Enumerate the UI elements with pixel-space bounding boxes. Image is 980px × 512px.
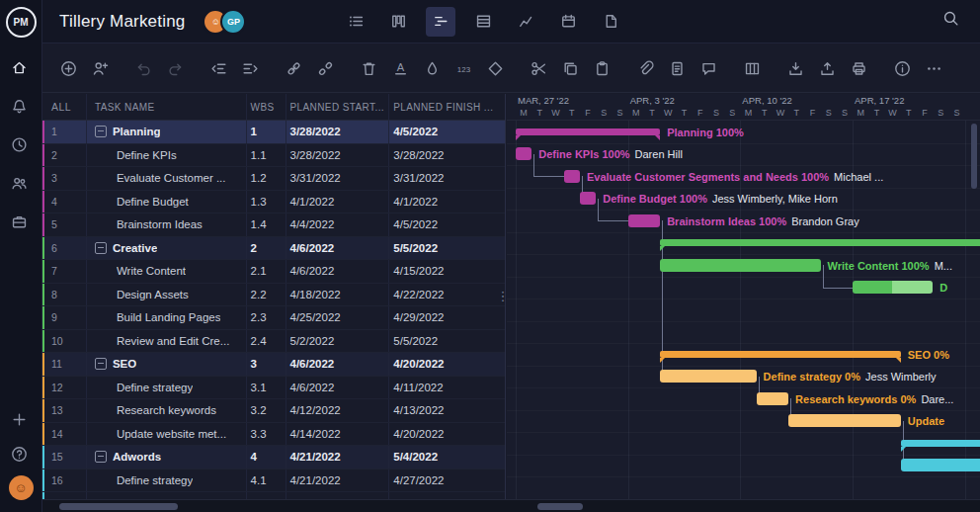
table-row[interactable]: 9Build Landing Pages2.34/25/20224/29/202… [41,306,505,330]
wbs-cell[interactable]: 1 [247,121,286,143]
planned-start-cell[interactable]: 4/14/2022 [286,423,390,446]
wbs-cell[interactable]: 4.2 [247,492,286,499]
task-name-cell[interactable]: Evaluate Customer ... [87,167,247,190]
table-row[interactable]: 13Research keywords3.24/12/20224/13/2022 [41,399,505,423]
table-row[interactable]: 15Adwords44/21/20225/4/2022 [41,446,505,469]
planned-finish-cell[interactable]: 4/27/2022 [389,469,505,492]
planned-finish-cell[interactable]: 4/5/2022 [389,213,505,236]
collapse-icon[interactable] [95,451,107,463]
gantt-vertical-scrollbar[interactable] [971,124,977,189]
planned-finish-cell[interactable]: 4/20/2022 [389,423,505,446]
planned-start-cell[interactable]: 3/31/2022 [286,167,390,190]
gantt-bar[interactable] [660,239,980,246]
gantt-bar[interactable] [660,370,756,383]
wbs-cell[interactable]: 2.2 [247,284,286,306]
planned-finish-cell[interactable]: 4/22/2022 [389,284,505,306]
planned-start-cell[interactable]: 3/28/2022 [286,144,390,167]
column-header-finish[interactable]: PLANNED FINISH ... [389,94,505,120]
home-icon[interactable] [11,59,31,79]
planned-start-cell[interactable]: 4/1/2022 [286,191,390,213]
collapse-icon[interactable] [95,126,107,137]
toolbar-copy-button[interactable] [559,57,582,80]
toolbar-print-button[interactable] [848,57,870,80]
clock-icon[interactable] [11,136,31,156]
toolbar-paste-button[interactable] [591,57,613,80]
plus-icon[interactable] [11,411,31,431]
horizontal-scrollbar[interactable] [41,499,980,512]
table-scroll-thumb[interactable] [59,503,178,510]
briefcase-icon[interactable] [11,213,31,233]
gantt-bar[interactable] [516,128,660,135]
task-name-cell[interactable]: Adwords [87,446,247,469]
planned-finish-cell[interactable]: 5/4/2022 [389,492,505,499]
toolbar-circle-plus-button[interactable] [57,57,80,80]
toolbar-scissors-button[interactable] [528,57,550,80]
table-row[interactable]: 10Review and Edit Cre...2.45/2/20225/5/2… [41,330,505,354]
wbs-cell[interactable]: 3.1 [247,377,286,399]
planned-finish-cell[interactable]: 4/13/2022 [389,399,505,422]
view-chart-button[interactable] [511,7,540,37]
avatar[interactable]: GP [220,9,246,35]
task-name-cell[interactable]: Build ads [87,492,247,499]
task-name-cell[interactable]: Define Budget [87,191,247,213]
gantt-scroll-thumb[interactable] [537,503,583,510]
table-row[interactable]: 4Define Budget1.34/1/20224/1/2022 [41,191,505,214]
pm-logo[interactable]: PM [6,7,37,38]
table-row[interactable]: 11SEO34/6/20224/20/2022 [41,353,505,377]
wbs-cell[interactable]: 1.2 [247,167,286,190]
toolbar-undo-button[interactable] [132,57,155,80]
table-row[interactable]: 14Update website met...3.34/14/20224/20/… [41,423,505,447]
planned-start-cell[interactable]: 5/2/2022 [286,330,390,353]
wbs-cell[interactable]: 1.1 [247,144,286,167]
planned-start-cell[interactable]: 4/21/2022 [286,469,390,492]
column-header-wbs[interactable]: WBS [247,94,286,120]
planned-start-cell[interactable]: 4/25/2022 [286,306,390,329]
collapse-icon[interactable] [95,358,107,370]
gantt-bar[interactable] [853,281,933,294]
task-name-cell[interactable]: Write Content [87,260,247,283]
table-row[interactable]: 6Creative24/6/20225/5/2022 [41,237,505,261]
planned-finish-cell[interactable]: 4/15/2022 [389,260,505,283]
table-row[interactable]: 16Define strategy4.14/21/20224/27/2022 [41,469,505,493]
toolbar-link-button[interactable] [283,57,305,80]
planned-start-cell[interactable]: 4/18/2022 [286,284,390,306]
task-name-cell[interactable]: Creative [87,237,247,260]
planned-finish-cell[interactable]: 3/31/2022 [389,167,505,190]
planned-start-cell[interactable]: 4/4/2022 [286,213,390,236]
view-board-button[interactable] [383,7,413,37]
wbs-cell[interactable]: 2.3 [247,306,286,329]
collapse-icon[interactable] [95,242,107,254]
planned-start-cell[interactable]: 3/28/2022 [286,121,390,143]
view-sheet-button[interactable] [468,7,498,37]
wbs-cell[interactable]: 3.2 [247,399,286,422]
planned-finish-cell[interactable]: 5/5/2022 [389,237,505,260]
planned-finish-cell[interactable]: 4/11/2022 [389,377,505,399]
task-name-cell[interactable]: Brainstorm Ideas [87,213,247,236]
gantt-bar[interactable] [628,214,660,227]
toolbar-outdent-button[interactable] [207,57,230,80]
planned-start-cell[interactable]: 4/6/2022 [286,353,390,376]
gantt-bar[interactable] [516,147,531,160]
table-row[interactable]: 3Evaluate Customer ...1.23/31/20223/31/2… [41,167,505,191]
toolbar-ellipsis-button[interactable] [923,57,945,80]
gantt-bar[interactable] [901,440,980,447]
toolbar-info-button[interactable] [891,57,914,80]
task-name-cell[interactable]: SEO [87,353,247,376]
planned-finish-cell[interactable]: 4/1/2022 [389,191,505,213]
wbs-cell[interactable]: 1.4 [247,213,286,236]
task-name-cell[interactable]: Define strategy [87,377,247,399]
column-header-name[interactable]: TASK NAME [87,94,247,120]
gantt-bar[interactable] [660,259,820,272]
planned-finish-cell[interactable]: 4/5/2022 [389,121,505,143]
toolbar-onetwothree-button[interactable]: 123 [452,57,475,80]
planned-start-cell[interactable]: 4/12/2022 [286,399,390,422]
task-name-cell[interactable]: Design Assets [87,284,247,306]
toolbar-export-button[interactable] [816,57,839,80]
planned-finish-cell[interactable]: 5/4/2022 [389,446,505,469]
wbs-cell[interactable]: 1.3 [247,191,286,213]
toolbar-indent-button[interactable] [239,57,262,80]
gantt-bar[interactable] [580,192,596,205]
table-row[interactable]: 7Write Content2.14/6/20224/15/2022 [41,260,505,284]
task-name-cell[interactable]: Planning [87,121,247,143]
bell-icon[interactable] [11,98,31,118]
